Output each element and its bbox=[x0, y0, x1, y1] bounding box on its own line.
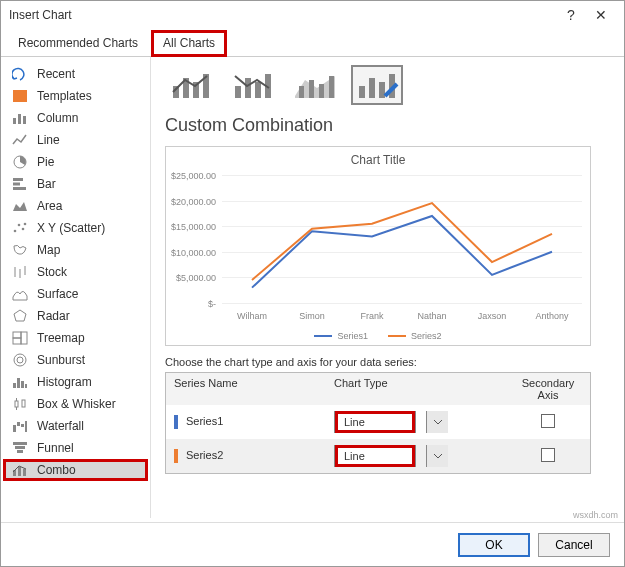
sidebar-item-box-whisker[interactable]: Box & Whisker bbox=[3, 393, 148, 415]
svg-rect-25 bbox=[15, 401, 18, 407]
svg-point-11 bbox=[24, 223, 27, 226]
scatter-icon bbox=[11, 221, 29, 235]
svg-point-20 bbox=[17, 357, 23, 363]
legend-label: Series1 bbox=[337, 331, 368, 341]
bar-icon bbox=[11, 177, 29, 191]
svg-rect-31 bbox=[21, 424, 24, 427]
ok-button[interactable]: OK bbox=[458, 533, 530, 557]
chart-type-select-1[interactable]: Line bbox=[334, 411, 498, 433]
svg-point-10 bbox=[22, 228, 25, 231]
chart-preview[interactable]: Chart Title $-$5,000.00$10,000.00$15,000… bbox=[165, 146, 591, 346]
sidebar-item-map[interactable]: Map bbox=[3, 239, 148, 261]
svg-rect-48 bbox=[309, 80, 314, 98]
svg-rect-3 bbox=[23, 116, 26, 124]
recent-icon bbox=[11, 67, 29, 81]
col-header-secondary: Secondary Axis bbox=[506, 373, 590, 405]
svg-rect-30 bbox=[17, 422, 20, 426]
legend-label: Series2 bbox=[411, 331, 442, 341]
svg-rect-7 bbox=[13, 187, 26, 190]
series-row-1: Series1 Line bbox=[166, 405, 590, 439]
sidebar-item-templates[interactable]: Templates bbox=[3, 85, 148, 107]
column-icon bbox=[11, 111, 29, 125]
radar-icon bbox=[11, 309, 29, 323]
secondary-axis-checkbox-1[interactable] bbox=[541, 414, 555, 428]
box-whisker-icon bbox=[11, 397, 29, 411]
svg-point-8 bbox=[14, 230, 17, 233]
series-table: Series Name Chart Type Secondary Axis Se… bbox=[165, 372, 591, 474]
sidebar-item-label: Waterfall bbox=[37, 419, 84, 433]
sidebar-item-funnel[interactable]: Funnel bbox=[3, 437, 148, 459]
sidebar-item-surface[interactable]: Surface bbox=[3, 283, 148, 305]
svg-rect-37 bbox=[18, 467, 21, 476]
help-button[interactable]: ? bbox=[556, 7, 586, 23]
svg-rect-44 bbox=[245, 78, 251, 98]
sidebar-item-histogram[interactable]: Histogram bbox=[3, 371, 148, 393]
sidebar-item-treemap[interactable]: Treemap bbox=[3, 327, 148, 349]
chart-type-sidebar: Recent Templates Column Line Pie Bar Are… bbox=[1, 57, 151, 518]
section-title: Custom Combination bbox=[165, 115, 610, 136]
select-value: Line bbox=[335, 411, 415, 433]
tab-all-charts[interactable]: All Charts bbox=[151, 30, 227, 57]
dialog-footer: OK Cancel bbox=[1, 522, 624, 566]
sidebar-item-combo[interactable]: Combo bbox=[3, 459, 148, 481]
sidebar-item-line[interactable]: Line bbox=[3, 129, 148, 151]
chart-preview-title: Chart Title bbox=[166, 147, 590, 167]
svg-rect-1 bbox=[13, 118, 16, 124]
watermark: wsxdh.com bbox=[573, 510, 618, 520]
series-color-marker bbox=[174, 449, 178, 463]
sidebar-item-sunburst[interactable]: Sunburst bbox=[3, 349, 148, 371]
svg-rect-17 bbox=[21, 332, 27, 344]
dropdown-button[interactable] bbox=[426, 445, 448, 467]
sidebar-item-bar[interactable]: Bar bbox=[3, 173, 148, 195]
svg-rect-16 bbox=[13, 332, 21, 338]
dialog-title: Insert Chart bbox=[9, 8, 556, 22]
sidebar-item-stock[interactable]: Stock bbox=[3, 261, 148, 283]
svg-rect-47 bbox=[299, 86, 304, 98]
svg-rect-24 bbox=[25, 384, 27, 388]
series-name: Series1 bbox=[186, 415, 223, 427]
select-value: Line bbox=[335, 445, 415, 467]
tab-recommended-charts[interactable]: Recommended Charts bbox=[5, 29, 151, 56]
svg-rect-38 bbox=[23, 469, 26, 476]
chart-body: $-$5,000.00$10,000.00$15,000.00$20,000.0… bbox=[222, 175, 582, 303]
chart-type-select-2[interactable]: Line bbox=[334, 445, 498, 467]
svg-rect-2 bbox=[18, 114, 21, 124]
svg-rect-43 bbox=[235, 86, 241, 98]
sidebar-item-column[interactable]: Column bbox=[3, 107, 148, 129]
sidebar-item-label: Surface bbox=[37, 287, 78, 301]
chevron-down-icon bbox=[434, 420, 442, 425]
legend-item-series2: Series2 bbox=[388, 331, 442, 341]
sidebar-item-label: Column bbox=[37, 111, 78, 125]
pie-icon bbox=[11, 155, 29, 169]
sidebar-item-pie[interactable]: Pie bbox=[3, 151, 148, 173]
sidebar-item-recent[interactable]: Recent bbox=[3, 63, 148, 85]
subtype-custom-combination[interactable] bbox=[351, 65, 403, 105]
sidebar-item-label: Radar bbox=[37, 309, 70, 323]
sidebar-item-radar[interactable]: Radar bbox=[3, 305, 148, 327]
funnel-icon bbox=[11, 441, 29, 455]
sidebar-item-label: Templates bbox=[37, 89, 92, 103]
close-button[interactable]: ✕ bbox=[586, 7, 616, 23]
tab-strip: Recommended Charts All Charts bbox=[1, 29, 624, 57]
secondary-axis-checkbox-2[interactable] bbox=[541, 448, 555, 462]
area-icon bbox=[11, 199, 29, 213]
svg-rect-51 bbox=[359, 86, 365, 98]
svg-rect-45 bbox=[255, 82, 261, 98]
combo-subtype-row bbox=[165, 65, 610, 105]
sidebar-item-area[interactable]: Area bbox=[3, 195, 148, 217]
col-header-name: Series Name bbox=[166, 373, 326, 405]
sidebar-item-label: Stock bbox=[37, 265, 67, 279]
svg-rect-6 bbox=[13, 183, 20, 186]
svg-rect-53 bbox=[379, 82, 385, 98]
subtype-stacked-area-column[interactable] bbox=[289, 65, 341, 105]
chart-legend: Series1 Series2 bbox=[166, 331, 590, 341]
subtype-clustered-column-line[interactable] bbox=[165, 65, 217, 105]
sidebar-item-waterfall[interactable]: Waterfall bbox=[3, 415, 148, 437]
sidebar-item-label: Sunburst bbox=[37, 353, 85, 367]
dropdown-button[interactable] bbox=[426, 411, 448, 433]
treemap-icon bbox=[11, 331, 29, 345]
sidebar-item-label: Funnel bbox=[37, 441, 74, 455]
cancel-button[interactable]: Cancel bbox=[538, 533, 610, 557]
subtype-clustered-column-line-secondary[interactable] bbox=[227, 65, 279, 105]
sidebar-item-scatter[interactable]: X Y (Scatter) bbox=[3, 217, 148, 239]
